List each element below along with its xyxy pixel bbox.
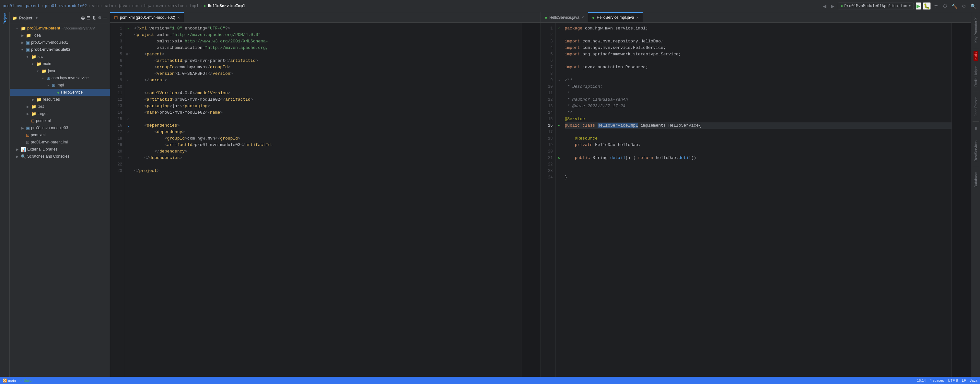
tree-item-iml[interactable]: ⊡ pro01-mvn-parent.iml (10, 138, 110, 146)
tree-item-pom-root[interactable]: ⊡ pom.xml (10, 132, 110, 138)
code-line: <packaging>jar</packaging> (134, 103, 521, 109)
tab-hello-service[interactable]: ● HelloService.java ✕ (541, 12, 588, 22)
close-icon[interactable]: — (103, 16, 107, 21)
tree-item-impl[interactable]: ▾ ⊞ impl (10, 82, 110, 89)
build-button[interactable]: 🔨 (950, 3, 959, 10)
code-line: </dependency> (134, 148, 521, 155)
code-line (134, 161, 521, 168)
tree-item-src[interactable]: ▾ 📁 src (10, 53, 110, 60)
run-button[interactable]: ▶ (916, 2, 921, 10)
right-editor-tabs: ● HelloService.java ✕ ● HelloServiceImpl… (541, 12, 971, 23)
project-dropdown[interactable]: ▾ (36, 16, 38, 20)
key-promoter-x-button[interactable]: Key Promoter X (974, 15, 978, 45)
indent-info[interactable]: 4 spaces (930, 379, 944, 382)
database-button[interactable]: Database (974, 170, 978, 190)
code-line (565, 32, 952, 38)
tree-item-external-libs[interactable]: ▶ 📊 External Libraries (10, 146, 110, 153)
search-button[interactable]: 🔍 (969, 3, 977, 10)
main-area: Project 📁 Project ▾ ◎ ☰ ⇅ ⚙ — ▾ 📁 pro01-… (0, 12, 980, 377)
tree-item-root[interactable]: ▾ 📁 pro01-mvn-parent ~/Documents/yanAn/ (10, 25, 110, 32)
tab-hello-service-close[interactable]: ✕ (581, 16, 584, 19)
code-line: <?xml version="1.0" encoding="UTF-8"?> (134, 25, 521, 32)
left-editor-content[interactable]: 1 2 3 4 5 6 7 8 9 10 11 12 13 14 (110, 23, 541, 377)
settings-button[interactable]: ⚙ (961, 3, 967, 10)
run-config-selector[interactable]: ● Pro01MvnModule01Application ▾ (838, 3, 914, 10)
collapse-icon[interactable]: ☰ (86, 16, 91, 21)
redis-helper-badge: Redis (974, 51, 978, 61)
encoding[interactable]: UTF-8 (948, 379, 958, 382)
tree-item-module03[interactable]: ▶ ▣ pro01-mvn-module03 (10, 124, 110, 132)
m-button[interactable]: m (974, 124, 978, 132)
folder-icon: 📁 (12, 16, 17, 21)
tree-item-scratches[interactable]: ▶ 🔍 Scratches and Consoles (10, 153, 110, 160)
tab-hello-service-impl-close[interactable]: ✕ (636, 16, 639, 19)
code-line: import com.hgw.mvn.service.HelloService; (565, 45, 952, 51)
code-line: * @author LinHuiBa-YanAn (565, 97, 952, 103)
right-tool-strip: Key Promoter X Redis Redis Helper Json P… (971, 12, 980, 377)
line-ending[interactable]: LF (962, 379, 966, 382)
code-line (134, 84, 521, 90)
project-tool-button[interactable]: Project (1, 15, 9, 23)
code-line: <project xmlns="http://maven.apache.org/… (134, 32, 521, 38)
tab-hello-service-label: HelloService.java (549, 15, 579, 20)
panel-actions: ◎ ☰ ⇅ ⚙ — (81, 16, 107, 21)
strip-separator2 (972, 92, 979, 92)
tree-item-resources[interactable]: ▶ 📁 resources (10, 96, 110, 103)
tree-item-hello-service[interactable]: ● HelloService (10, 89, 110, 96)
line-col[interactable]: 16:14 (917, 379, 926, 382)
json-parser-button[interactable]: Json Parser (974, 95, 978, 119)
right-code-area[interactable]: package com.hgw.mvn.service.impl; import… (562, 23, 952, 377)
tab-pom-xml[interactable]: ⊡ pom.xml (pro01-mvn-module02) ✕ (110, 12, 184, 22)
tree-item-package[interactable]: ▾ ⊞ com.hgw.mvn.service (10, 75, 110, 82)
file-type[interactable]: Java (970, 379, 977, 382)
tree-item-target[interactable]: ▶ 📁 target (10, 110, 110, 117)
code-line: } (565, 174, 952, 181)
gear-icon[interactable]: ⚙ (98, 16, 102, 21)
rest-services-button[interactable]: RestServices (974, 138, 978, 164)
code-line: * @date 2023/2/27 17:24 (565, 103, 952, 109)
tree-item-module01[interactable]: ▶ ▣ pro01-mvn-module01 (10, 39, 110, 46)
breadcrumb-parent[interactable]: pro01-mvn-parent (3, 4, 40, 8)
editors-split: ⊡ pom.xml (pro01-mvn-module02) ✕ 1 2 3 4… (110, 12, 971, 377)
code-line: <name>pro01-mvn-module02</name> (134, 109, 521, 116)
left-tool-strip: Project (0, 12, 10, 377)
java-file-icon2: ● (592, 15, 595, 20)
build-status[interactable]: ✓ Build (20, 379, 32, 383)
redis-helper-button[interactable]: Redis Helper (974, 63, 978, 89)
scope-icon[interactable]: ◎ (81, 16, 84, 21)
code-line: */ (565, 109, 952, 116)
back-button[interactable]: ◀ (821, 3, 828, 10)
code-line: import javax.annotation.Resource; (565, 64, 952, 71)
right-editor-content[interactable]: 1 2 3 4 5 6 7 8 9 10 11 12 13 14 (541, 23, 971, 377)
debug-button[interactable]: 🐛 (923, 2, 931, 10)
code-line: <groupId>com.hgw.mvn</groupId> (134, 135, 521, 142)
profile-button[interactable]: ⏱ (942, 3, 948, 10)
sort-icon[interactable]: ⇅ (92, 16, 96, 21)
tree-item-module02[interactable]: ▾ ▣ pro01-mvn-module02 (10, 46, 110, 53)
tab-hello-service-impl[interactable]: ● HelloServiceImpl.java ✕ (588, 12, 643, 22)
tree-item-java[interactable]: ▾ 📁 java (10, 67, 110, 75)
tree-item-pom-module02[interactable]: ⊡ pom.xml (10, 117, 110, 124)
tree-item-idea[interactable]: ▶ 📁 .idea (10, 32, 110, 39)
top-nav-bar: pro01-mvn-parent › pro01-mvn-module02 › … (0, 0, 980, 12)
project-tree: ▾ 📁 pro01-mvn-parent ~/Documents/yanAn/ … (10, 24, 110, 377)
strip-separator3 (972, 121, 979, 122)
forward-button[interactable]: ▶ (830, 3, 836, 10)
left-code-area[interactable]: <?xml version="1.0" encoding="UTF-8"?> <… (132, 23, 521, 377)
code-line: <groupId>com.hgw.mvn</groupId> (134, 64, 521, 71)
status-bar: 🔀 main ✓ Build 16:14 4 spaces UTF-8 LF J… (0, 377, 980, 384)
git-branch[interactable]: 🔀 main (3, 379, 16, 383)
code-line: </project> (134, 168, 521, 174)
left-minimap (521, 23, 541, 377)
code-line: private HelloDao helloDao; (565, 142, 952, 148)
left-editor-pane: ⊡ pom.xml (pro01-mvn-module02) ✕ 1 2 3 4… (110, 12, 541, 377)
breadcrumb-module[interactable]: pro01-mvn-module02 (45, 4, 87, 8)
code-line: package com.hgw.mvn.service.impl; (565, 25, 952, 32)
code-line: @Service (565, 116, 952, 122)
coverage-button[interactable]: ☂ (933, 3, 940, 10)
tree-item-test[interactable]: ▶ 📁 test (10, 103, 110, 110)
right-editor-pane: ● HelloService.java ✕ ● HelloServiceImpl… (541, 12, 971, 377)
tree-item-main[interactable]: ▾ 📁 main (10, 60, 110, 67)
tab-pom-close[interactable]: ✕ (177, 16, 180, 19)
code-line: <parent> (134, 51, 521, 58)
